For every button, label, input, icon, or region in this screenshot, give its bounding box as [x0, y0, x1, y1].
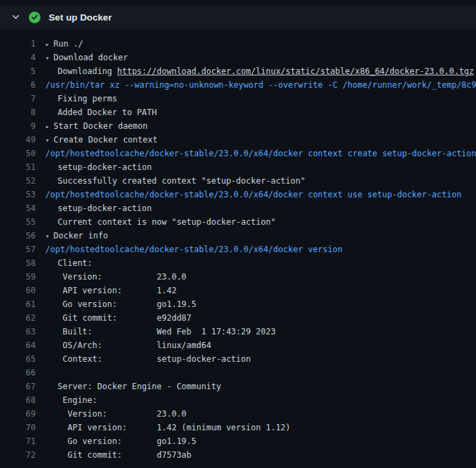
log-text: Version: 23.0.0 [58, 409, 187, 419]
log-text: OS/Arch: linux/amd64 [58, 341, 211, 350]
log-line[interactable]: 49▾Create Docker context [0, 133, 476, 147]
line-number[interactable]: 59 [0, 270, 36, 284]
log-line[interactable]: 64 OS/Arch: linux/amd64 [0, 338, 476, 352]
log-text: Git commit: e92dd87 [58, 313, 191, 323]
line-content [45, 366, 58, 380]
group-collapsed-icon[interactable]: ▸ [45, 120, 53, 133]
line-number[interactable]: 1 [0, 37, 36, 51]
log-line[interactable]: 65 Context: setup-docker-action [0, 352, 476, 366]
log-line[interactable]: 70 API version: 1.42 (minimum version 1.… [0, 421, 476, 434]
log-line[interactable]: 63 Built: Wed Feb 1 17:43:29 2023 [0, 325, 476, 338]
line-number[interactable]: 5 [0, 64, 36, 78]
line-number[interactable]: 68 [0, 393, 36, 407]
command-text: /opt/hostedtoolcache/docker-stable/23.0.… [45, 245, 342, 254]
group-expanded-icon[interactable]: ▾ [45, 134, 53, 147]
line-number[interactable]: 50 [0, 147, 36, 160]
link-text[interactable]: https://download.docker.com/linux/static… [117, 66, 474, 76]
log-line[interactable]: 58Client: [0, 256, 476, 270]
line-number[interactable]: 69 [0, 407, 36, 421]
line-number[interactable]: 63 [0, 325, 36, 338]
log-text: Fixing perms [58, 94, 117, 103]
log-line[interactable]: 1▸Run ./ [0, 37, 476, 51]
line-number[interactable]: 4 [0, 51, 36, 64]
command-text: /opt/hostedtoolcache/docker-stable/23.0.… [45, 190, 462, 199]
log-line[interactable]: 53/opt/hostedtoolcache/docker-stable/23.… [0, 188, 476, 201]
log-line[interactable]: 66 [0, 366, 476, 380]
line-content: Context: setup-docker-action [45, 352, 251, 366]
line-number[interactable]: 66 [0, 366, 36, 380]
log-line[interactable]: 69 Version: 23.0.0 [0, 407, 476, 421]
line-number[interactable]: 61 [0, 297, 36, 311]
line-content: ▾Docker info [45, 229, 108, 243]
log-text: API version: 1.42 (minimum version 1.12) [58, 423, 291, 432]
line-number[interactable]: 58 [0, 256, 36, 270]
log-text: Start Docker daemon [53, 121, 147, 131]
log-line[interactable]: 72 Git commit: d7573ab [0, 448, 476, 462]
log-line[interactable]: 6/usr/bin/tar xz --warning=no-unknown-ke… [0, 78, 476, 92]
line-number[interactable]: 62 [0, 311, 36, 325]
log-line[interactable]: 60 API version: 1.42 [0, 284, 476, 297]
line-number[interactable]: 8 [0, 106, 36, 119]
log-line[interactable]: 55Current context is now "setup-docker-a… [0, 215, 476, 229]
log-line[interactable]: 51setup-docker-action [0, 160, 476, 174]
line-content: Fixing perms [45, 92, 117, 106]
line-number[interactable]: 53 [0, 188, 36, 201]
log-text: setup-docker-action [58, 204, 152, 213]
line-number[interactable]: 72 [0, 448, 36, 462]
log-line[interactable]: 4▾Download docker [0, 51, 476, 64]
log-line[interactable]: 68 Engine: [0, 393, 476, 407]
log-text: Download docker [53, 53, 128, 62]
chevron-down-icon[interactable] [11, 12, 21, 22]
line-number[interactable]: 57 [0, 243, 36, 256]
log-line[interactable]: 5Downloading https://download.docker.com… [0, 64, 476, 78]
line-number[interactable]: 67 [0, 380, 36, 393]
line-number[interactable]: 7 [0, 92, 36, 106]
log-text: Go version: go1.19.5 [58, 436, 196, 446]
log-line[interactable]: 9▸Start Docker daemon [0, 119, 476, 133]
line-content: Go version: go1.19.5 [45, 434, 196, 448]
log-line[interactable]: 8Added Docker to PATH [0, 106, 476, 119]
log-line[interactable]: 56▾Docker info [0, 229, 476, 243]
line-content: Server: Docker Engine - Community [45, 380, 221, 393]
log-line[interactable]: 52Successfully created context "setup-do… [0, 174, 476, 188]
log-line[interactable]: 57/opt/hostedtoolcache/docker-stable/23.… [0, 243, 476, 256]
log-line[interactable]: 54setup-docker-action [0, 201, 476, 215]
line-number[interactable]: 71 [0, 434, 36, 448]
log-line[interactable]: 50/opt/hostedtoolcache/docker-stable/23.… [0, 147, 476, 160]
line-content: Git commit: e92dd87 [45, 311, 191, 325]
line-content: /usr/bin/tar xz --warning=no-unknown-key… [45, 78, 476, 92]
line-number[interactable]: 6 [0, 78, 36, 92]
log-line[interactable]: 62 Git commit: e92dd87 [0, 311, 476, 325]
line-number[interactable]: 70 [0, 421, 36, 434]
line-number[interactable]: 64 [0, 338, 36, 352]
step-header[interactable]: Set up Docker [0, 5, 476, 29]
log-text: Git commit: d7573ab [58, 450, 191, 460]
line-number[interactable]: 55 [0, 215, 36, 229]
line-number[interactable]: 51 [0, 160, 36, 174]
line-number[interactable]: 60 [0, 284, 36, 297]
group-expanded-icon[interactable]: ▾ [45, 230, 53, 243]
log-line[interactable]: 67Server: Docker Engine - Community [0, 380, 476, 393]
log-line[interactable]: 71 Go version: go1.19.5 [0, 434, 476, 448]
log-text: Successfully created context "setup-dock… [58, 176, 305, 186]
line-content: Go version: go1.19.5 [45, 297, 196, 311]
line-content: Engine: [45, 393, 97, 407]
line-content: /opt/hostedtoolcache/docker-stable/23.0.… [45, 147, 476, 160]
log-line[interactable]: 7Fixing perms [0, 92, 476, 106]
line-content: ▸Start Docker daemon [45, 119, 147, 133]
group-collapsed-icon[interactable]: ▸ [45, 38, 53, 51]
log-text: Version: 23.0.0 [58, 272, 187, 282]
line-content: Version: 23.0.0 [45, 407, 187, 421]
line-number[interactable]: 54 [0, 201, 36, 215]
log-text: Context: setup-docker-action [58, 354, 251, 364]
log-text: Downloading [58, 66, 117, 76]
group-expanded-icon[interactable]: ▾ [45, 51, 53, 64]
line-number[interactable]: 56 [0, 229, 36, 243]
line-number[interactable]: 9 [0, 119, 36, 133]
line-number[interactable]: 65 [0, 352, 36, 366]
log-line[interactable]: 61 Go version: go1.19.5 [0, 297, 476, 311]
line-number[interactable]: 52 [0, 174, 36, 188]
line-content: setup-docker-action [45, 201, 152, 215]
line-number[interactable]: 49 [0, 133, 36, 147]
log-line[interactable]: 59 Version: 23.0.0 [0, 270, 476, 284]
